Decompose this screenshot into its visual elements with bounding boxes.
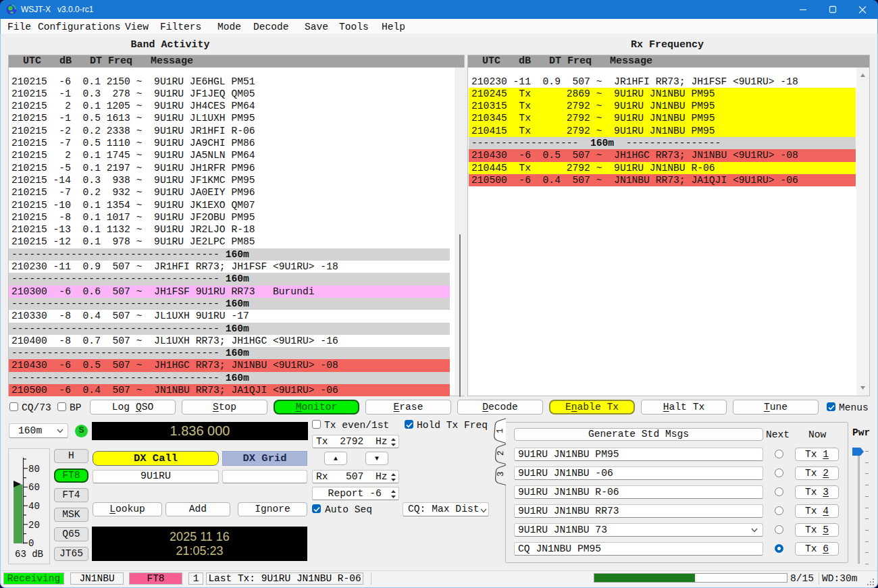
svg-text:20: 20 [28,520,40,531]
svg-text:80: 80 [28,464,40,475]
svg-text:0: 0 [28,538,34,549]
svg-text:40: 40 [28,501,40,512]
svg-text:63 dB: 63 dB [15,549,43,560]
svg-text:1: 1 [496,428,505,433]
svg-text:3: 3 [496,471,506,477]
svg-text:60: 60 [28,482,40,493]
svg-text:2: 2 [496,450,506,456]
